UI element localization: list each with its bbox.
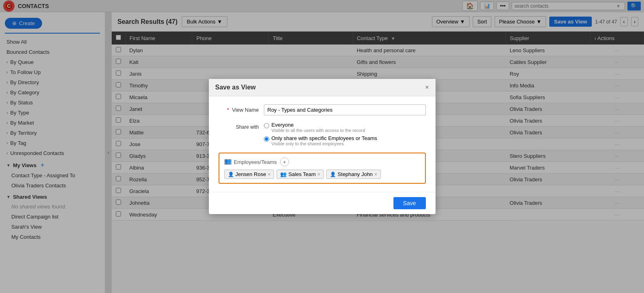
radio-everyone-row: Everyone Visible to all the users with a… — [264, 122, 377, 133]
radio-specific-desc: Visible only to the shared employees — [272, 141, 377, 146]
view-name-row: * View Name — [219, 104, 426, 115]
share-with-row: Share with Everyone Visible to all the u… — [219, 122, 426, 146]
tag-jensen-rose: 👤 Jensen Rose × — [224, 170, 274, 179]
tag-sales-team: 👥 Sales Team × — [276, 170, 324, 179]
employees-header: 👥 Employees/Teams + — [224, 157, 420, 166]
tag-sales-label: Sales Team — [288, 171, 316, 177]
svg-text:👥: 👥 — [225, 159, 232, 165]
employees-label: 👥 Employees/Teams — [224, 159, 277, 165]
radio-group: Everyone Visible to all the users with a… — [264, 122, 377, 146]
add-icon: + — [283, 159, 286, 165]
modal-header: Save as View × — [209, 79, 436, 96]
radio-everyone-label: Everyone — [272, 122, 366, 128]
employees-icon: 👥 — [224, 159, 232, 165]
view-name-input[interactable] — [264, 104, 426, 115]
modal-title: Save as View — [215, 84, 256, 91]
radio-everyone[interactable] — [264, 123, 269, 128]
remove-sales-team-button[interactable]: × — [317, 172, 320, 177]
person-icon-2: 👤 — [330, 172, 336, 177]
tag-stephany-john: 👤 Stephany John × — [326, 170, 381, 179]
remove-stephany-button[interactable]: × — [374, 172, 377, 177]
share-with-label: Share with — [219, 122, 259, 130]
remove-jensen-button[interactable]: × — [268, 172, 270, 177]
radio-everyone-desc: Visible to all the users with access to … — [272, 128, 366, 133]
tag-jensen-label: Jensen Rose — [236, 171, 266, 177]
modal-body: * View Name Share with Everyone Visible … — [209, 96, 436, 192]
modal-close-button[interactable]: × — [425, 84, 429, 91]
person-icon: 👤 — [228, 172, 234, 177]
modal-overlay: Save as View × * View Name Share with — [0, 0, 644, 293]
radio-specific-label: Only share with specific Employees or Te… — [272, 135, 377, 141]
radio-specific-row: Only share with specific Employees or Te… — [264, 135, 377, 146]
modal-footer: Save — [209, 192, 436, 214]
modal-save-button[interactable]: Save — [393, 197, 426, 209]
required-star: * — [227, 107, 229, 113]
save-as-view-modal: Save as View × * View Name Share with — [209, 79, 436, 214]
view-name-label: * View Name — [219, 104, 259, 113]
radio-specific[interactable] — [264, 136, 269, 142]
tags-area: 👤 Jensen Rose × 👥 Sales Team × 👤 Stephan… — [224, 170, 420, 179]
employees-teams-box: 👥 Employees/Teams + 👤 Jensen Rose × — [219, 153, 426, 184]
add-employee-button[interactable]: + — [280, 157, 289, 166]
team-icon: 👥 — [280, 171, 287, 177]
tag-stephany-label: Stephany John — [338, 171, 373, 177]
